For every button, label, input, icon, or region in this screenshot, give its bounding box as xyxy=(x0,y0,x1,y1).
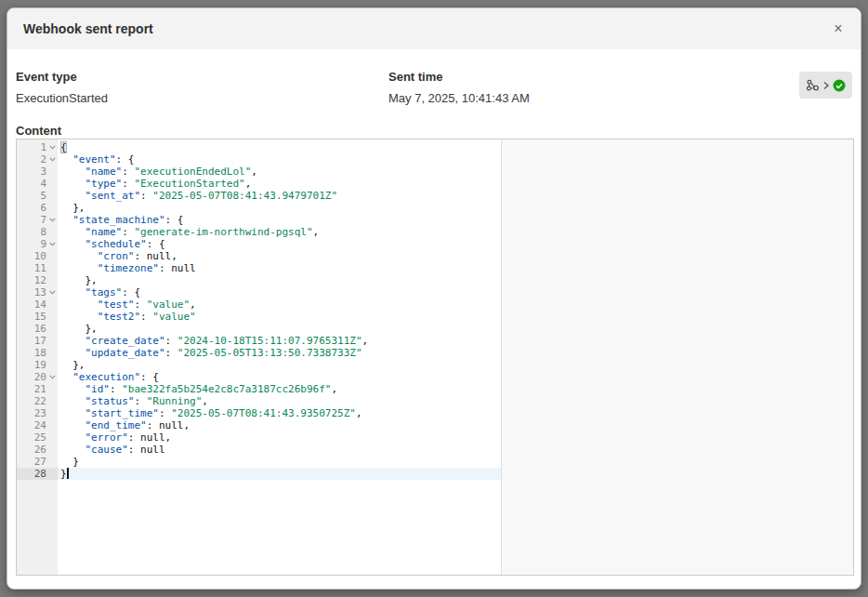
code-line: 14 "test": "value", xyxy=(17,298,853,311)
dialog-header: Webhook sent report × xyxy=(7,8,861,49)
code-line: 5 "sent_at": "2025-05-07T08:41:43.947970… xyxy=(17,190,853,202)
line-number: 18 xyxy=(17,347,46,359)
code-line: 8 "name": "generate-im-northwind-pgsql", xyxy=(17,226,853,238)
code-line: 26 "cause": null xyxy=(17,444,853,456)
code-line: 6 }, xyxy=(17,202,853,214)
code-line: 25 "error": null, xyxy=(17,431,853,444)
line-number: 17 xyxy=(17,335,46,347)
fold-chevron-icon[interactable] xyxy=(47,239,58,249)
success-check-icon xyxy=(833,79,846,92)
text-cursor xyxy=(67,468,69,479)
code-line: 11 "timezone": null xyxy=(17,262,853,274)
event-type-value: ExecutionStarted xyxy=(16,91,108,105)
code-line: 28} xyxy=(17,468,853,480)
line-number: 13 xyxy=(17,286,46,298)
event-type-label: Event type xyxy=(16,70,77,84)
line-number: 5 xyxy=(17,190,46,202)
line-number: 7 xyxy=(17,214,46,226)
line-number: 6 xyxy=(17,202,46,214)
close-icon[interactable]: × xyxy=(828,19,848,39)
line-number: 1 xyxy=(17,141,46,153)
line-number: 11 xyxy=(17,262,46,274)
code-line: 18 "update_date": "2025-05-05T13:13:50.7… xyxy=(17,347,853,359)
code-line: 19 }, xyxy=(17,359,853,371)
line-number: 21 xyxy=(17,383,46,395)
line-number: 9 xyxy=(17,238,46,250)
line-number: 10 xyxy=(17,250,46,262)
code-line: 13 "tags": { xyxy=(17,286,853,298)
line-number: 16 xyxy=(17,323,46,335)
sent-time-label: Sent time xyxy=(388,70,443,84)
fold-chevron-icon[interactable] xyxy=(47,154,58,165)
line-number: 2 xyxy=(17,153,46,166)
delivery-status-badge[interactable] xyxy=(799,72,852,99)
code-line: 7 "state_machine": { xyxy=(17,214,853,226)
code-line: 27 } xyxy=(17,456,853,468)
line-number: 22 xyxy=(17,395,46,407)
sent-time-value: May 7, 2025, 10:41:43 AM xyxy=(388,91,530,105)
code-line: 9 "schedule": { xyxy=(17,238,853,250)
code-line: 23 "start_time": "2025-05-07T08:41:43.93… xyxy=(17,407,853,419)
code-line: 3 "name": "executionEndedLol", xyxy=(17,166,853,178)
line-number: 27 xyxy=(17,456,46,468)
line-number: 23 xyxy=(17,407,46,419)
chevron-right-icon xyxy=(822,81,830,90)
editor-lines: 1{2 "event": {3 "name": "executionEndedL… xyxy=(17,141,853,480)
code-line: 22 "status": "Running", xyxy=(17,395,853,407)
code-line: 21 "id": "bae322fa5b254e2c8c7a3187cc26b9… xyxy=(17,383,853,395)
code-line: 10 "cron": null, xyxy=(17,250,853,262)
line-number: 20 xyxy=(17,371,46,383)
code-line: 1{ xyxy=(17,141,853,153)
line-number: 8 xyxy=(17,226,46,238)
fold-chevron-icon[interactable] xyxy=(47,287,58,298)
line-number: 3 xyxy=(17,166,46,178)
code-line: 4 "type": "ExecutionStarted", xyxy=(17,178,853,190)
state-machine-icon xyxy=(806,78,820,92)
line-number: 24 xyxy=(17,419,46,431)
line-number: 28 xyxy=(17,468,46,480)
line-number: 25 xyxy=(17,431,46,444)
code-line: 16 }, xyxy=(17,323,853,335)
code-line: 24 "end_time": null, xyxy=(17,419,853,431)
line-number: 14 xyxy=(17,298,46,311)
json-code-editor[interactable]: 1{2 "event": {3 "name": "executionEndedL… xyxy=(16,139,854,576)
fold-chevron-icon[interactable] xyxy=(47,215,58,225)
line-number: 15 xyxy=(17,311,46,323)
fold-chevron-icon[interactable] xyxy=(47,372,58,382)
code-line: 15 "test2": "value" xyxy=(17,311,853,323)
code-line: 2 "event": { xyxy=(17,153,853,166)
fold-chevron-icon[interactable] xyxy=(47,142,58,153)
code-line: 17 "create_date": "2024-10-18T15:11:07.9… xyxy=(17,335,853,347)
line-number: 12 xyxy=(17,274,46,286)
code-line: 12 }, xyxy=(17,274,853,286)
webhook-report-dialog: Webhook sent report × Event type Executi… xyxy=(7,7,861,590)
dialog-title: Webhook sent report xyxy=(23,21,153,36)
line-number: 19 xyxy=(17,359,46,371)
content-label: Content xyxy=(16,124,61,138)
line-number: 4 xyxy=(17,178,46,190)
line-number: 26 xyxy=(17,444,46,456)
code-line: 20 "execution": { xyxy=(17,371,853,383)
